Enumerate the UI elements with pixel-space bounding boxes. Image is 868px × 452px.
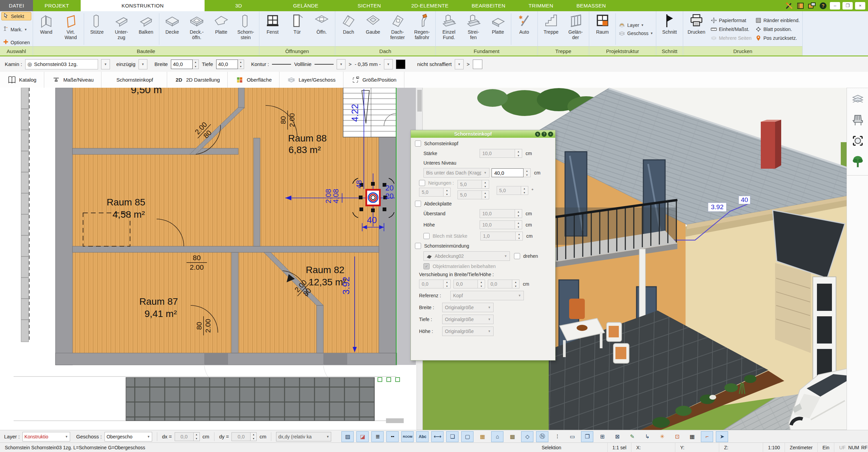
versch-hoehe-spinner[interactable]: 0,0▲▼ (488, 280, 519, 288)
flue-dropdown[interactable]: ▼ (139, 59, 147, 69)
fundamentplatte-button[interactable]: Platte (486, 12, 510, 46)
neigung-right-spinner[interactable]: 5,0▲▼ (497, 186, 528, 195)
wand-button[interactable]: Wand (34, 12, 58, 46)
chimney-type-dropdown[interactable]: ▼ (101, 59, 110, 69)
platte-button[interactable]: Platte (209, 12, 233, 46)
layer-combo[interactable]: Konstruktio▼ (22, 432, 70, 441)
menu-sichten[interactable]: SICHTEN (339, 0, 400, 11)
blatt-position-button[interactable]: Blatt position. (755, 26, 800, 33)
treppe-button[interactable]: Treppe (539, 12, 563, 46)
cursor-select-toggle[interactable]: ➤ (716, 431, 728, 442)
regenfallrohr-button[interactable]: Regen- fallrohr (410, 12, 434, 46)
tab-masse-niveau[interactable]: Maße/Niveau (44, 72, 101, 88)
window-single-toggle[interactable]: ❐ (581, 431, 593, 442)
auto-fundament-button[interactable]: Auto (512, 12, 536, 46)
vertical-scrollbar-thumb[interactable] (417, 90, 422, 112)
menu-3d[interactable]: 3D (205, 0, 273, 11)
menu-datei[interactable]: DATEI (0, 0, 33, 11)
niveau-value-spinner[interactable]: 40,0▲▼ (492, 168, 531, 177)
layer-dropdown[interactable]: Layer▼ (618, 22, 653, 28)
streifenfundament-button[interactable]: Strei- fen (462, 12, 485, 46)
niveau-mode-combo[interactable]: Bis unter das Dach (Kragp▼ (423, 168, 489, 178)
delete-burst-button[interactable]: ✳ (656, 431, 668, 442)
restore-button[interactable]: ❐ (842, 2, 853, 10)
menu-projekt[interactable]: PROJEKT (33, 0, 81, 11)
line-width-dropdown[interactable]: ▼ (384, 59, 393, 69)
floor-plan-view[interactable]: 2.0080 802.00 802.00 802.00 2.0080 802.0… (0, 88, 422, 430)
drucken-button[interactable]: Drucken (685, 12, 708, 46)
window-split-toggle[interactable]: ⊞ (596, 431, 608, 442)
layer-fill-toggle[interactable]: ≣ (371, 431, 384, 442)
tiefe-combo[interactable]: Originalgröße▼ (442, 315, 494, 324)
snap-corner-toggle[interactable]: ⌐ (701, 431, 713, 442)
geschoss-dropdown[interactable]: Geschoss▼ (618, 30, 653, 36)
blech-checkbox[interactable] (423, 233, 430, 239)
einzelfundament-button[interactable]: Einzel Fund. (437, 12, 461, 46)
decke-button[interactable]: Decke (160, 12, 184, 46)
text-display-toggle[interactable]: Abc (416, 431, 429, 442)
breite-spinner[interactable]: 40,0▲▼ (171, 60, 199, 69)
hoehe-combo[interactable]: Originalgröße▼ (442, 327, 494, 336)
blech-spinner[interactable]: 1,0▲▼ (480, 232, 523, 240)
vegetation-icon[interactable] (847, 151, 868, 172)
versch-breite-spinner[interactable]: 0,0▲▼ (419, 280, 451, 288)
tiefe-spinner[interactable]: 40,0▲▼ (216, 60, 244, 69)
selekt-button[interactable]: Selekt (1, 12, 31, 20)
versch-tiefe-spinner[interactable]: 0,0▲▼ (453, 280, 485, 288)
tab-groesse-position[interactable]: Größe/Position (343, 72, 404, 88)
mehrere-seiten-button[interactable]: Mehrere Seiten (710, 35, 752, 41)
tilted-view-toggle[interactable]: ◇ (521, 431, 533, 442)
oeffnung-button[interactable]: Öffn. (310, 12, 334, 46)
tab-oberflaeche[interactable]: Oberfläche (228, 72, 279, 88)
drehen-checkbox[interactable] (514, 253, 520, 259)
raum-button[interactable]: Raum (591, 12, 614, 46)
neigung-top-spinner[interactable]: 5,0▲▼ (457, 180, 489, 189)
schornsteinkopf-panel[interactable]: Schornsteinkopf ↯ ? × Schornsteinkopf St… (411, 130, 556, 361)
chimney-3d[interactable] (761, 120, 781, 169)
horizontal-scrollbar-thumb[interactable] (386, 418, 404, 423)
abdeckplatte-checkbox[interactable] (415, 201, 421, 207)
line-style-dropdown[interactable]: ▼ (337, 59, 345, 69)
ueberstand-spinner[interactable]: 10,0▲▼ (480, 209, 522, 218)
menu-bearbeiten[interactable]: BEARBEITEN (460, 0, 517, 11)
step-arrow-button[interactable]: ↳ (641, 431, 653, 442)
status-unit[interactable]: Zentimeter (785, 443, 818, 452)
neigung-bottom-spinner[interactable]: 5,0▲▼ (457, 190, 489, 199)
print-preview-icon[interactable] (807, 2, 816, 10)
geschoss-combo[interactable]: Obergescho▼ (105, 432, 152, 441)
linetype-toggle[interactable]: ╍ (386, 431, 399, 442)
pos-zuruecksetzen-button[interactable]: Pos zurücksetz. (755, 35, 800, 41)
menu-2d-elemente[interactable]: 2D-ELEMENTE (400, 0, 460, 11)
layer-visibility-icon[interactable] (847, 88, 868, 109)
dashed-frame-toggle[interactable]: ▢ (461, 431, 473, 442)
panel-title-bar[interactable]: Schornsteinkopf ↯ ? × (411, 130, 555, 138)
texture-toggle[interactable]: ▩ (506, 431, 518, 442)
neigungen-checkbox[interactable] (419, 180, 425, 186)
abdeckung-combo[interactable]: Abdeckung02▼ (423, 251, 510, 261)
tools-icon[interactable] (785, 2, 794, 10)
papierformat-button[interactable]: Papierformat (710, 17, 752, 24)
north-arrow-toggle[interactable]: Ⓝ (536, 431, 548, 442)
menu-bemassen[interactable]: BEMASSEN (565, 0, 617, 11)
close-button[interactable]: × (855, 2, 865, 10)
window-close-toggle[interactable]: ⊠ (611, 431, 623, 442)
hoehe-spinner[interactable]: 10,0▲▼ (480, 220, 522, 229)
hatch-color-swatch[interactable] (473, 60, 482, 69)
schornstein-button[interactable]: Schorn- stein (234, 12, 258, 46)
package-icon[interactable] (796, 2, 805, 10)
coordinate-mode-combo[interactable]: dx,dy (relativ ka▼ (276, 432, 331, 441)
furniture-icon[interactable] (847, 109, 868, 130)
gaube-button[interactable]: Gaube (361, 12, 385, 46)
gelaender-button[interactable]: Gelän- der (564, 12, 588, 46)
virt-wand-button[interactable]: Virt. Wand (59, 12, 83, 46)
dimension-toggle[interactable]: ⟷ (431, 431, 444, 442)
objektmaterialien-checkbox[interactable]: ✓ (423, 263, 430, 269)
tab-katalog[interactable]: Katalog (0, 72, 44, 88)
dachfenster-button[interactable]: Dach- fenster (386, 12, 409, 46)
edit-pen-button[interactable]: ✎ (626, 431, 638, 442)
kopf-checkbox[interactable] (415, 140, 421, 147)
fenster-button[interactable]: Fenst (261, 12, 285, 46)
menu-konstruktion[interactable]: KONSTRUKTION (81, 0, 205, 11)
dx-spinner[interactable]: 0,0▲▼ (175, 432, 200, 441)
move-view-icon[interactable] (847, 130, 868, 151)
